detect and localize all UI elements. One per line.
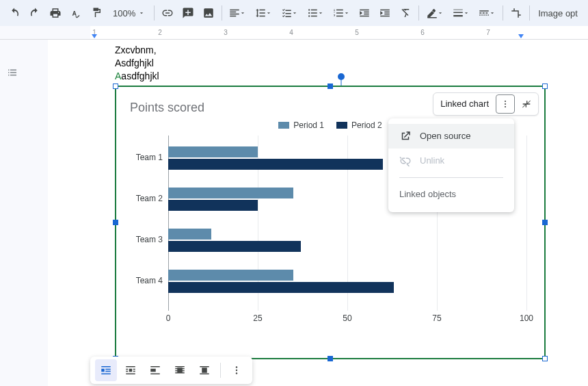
resize-handle[interactable] — [113, 220, 118, 225]
wrap-text-button[interactable] — [120, 359, 142, 381]
linked-chart-chip: Linked chart — [433, 92, 539, 116]
wrap-break-button[interactable] — [144, 359, 166, 381]
wrap-inline-button[interactable] — [95, 359, 117, 381]
undo-button[interactable] — [5, 3, 24, 23]
spellcheck-button[interactable] — [66, 3, 85, 23]
image-position-toolbar — [90, 357, 252, 384]
svg-point-7 — [236, 370, 237, 371]
zoom-dropdown[interactable]: 100% — [107, 3, 150, 23]
legend-swatch-p1 — [278, 122, 289, 129]
menu-unlink: Unlink — [388, 149, 514, 173]
paint-format-button[interactable] — [87, 3, 106, 23]
border-dash-dropdown[interactable] — [475, 3, 499, 23]
svg-point-2 — [505, 103, 506, 105]
border-color-dropdown[interactable] — [423, 3, 447, 23]
linked-chart-menu-button[interactable] — [496, 94, 515, 114]
svg-rect-5 — [202, 368, 207, 373]
menu-linked-objects[interactable]: Linked objects — [388, 182, 514, 207]
decrease-indent-button[interactable] — [355, 3, 374, 23]
resize-handle[interactable] — [113, 83, 118, 89]
svg-rect-4 — [177, 368, 183, 373]
increase-indent-button[interactable] — [375, 3, 395, 23]
wrap-front-button[interactable] — [193, 359, 215, 381]
image-position-more-button[interactable] — [226, 359, 248, 381]
rotate-handle[interactable] — [338, 73, 345, 80]
collapse-chip-button[interactable] — [517, 94, 536, 114]
resize-handle[interactable] — [542, 356, 548, 361]
legend-swatch-p2 — [336, 122, 347, 129]
menu-open-source[interactable]: Open source — [388, 124, 514, 149]
clear-formatting-button[interactable] — [396, 3, 415, 23]
svg-point-3 — [505, 106, 506, 107]
add-comment-button[interactable] — [178, 3, 198, 23]
svg-rect-0 — [427, 17, 437, 18]
linked-chart-menu: Open source Unlink Linked objects — [388, 118, 514, 212]
align-dropdown[interactable] — [225, 3, 250, 23]
svg-point-6 — [236, 366, 237, 368]
zoom-label: 100% — [113, 8, 135, 18]
line-spacing-dropdown[interactable] — [251, 3, 276, 23]
crop-image-button[interactable] — [507, 3, 526, 23]
insert-link-button[interactable] — [158, 3, 177, 23]
image-options-button[interactable]: Image opt — [533, 3, 583, 23]
svg-point-8 — [236, 372, 237, 374]
checklist-dropdown[interactable] — [277, 3, 302, 23]
numbered-list-dropdown[interactable] — [329, 3, 353, 23]
bulleted-list-dropdown[interactable] — [303, 3, 328, 23]
main-toolbar: 100% Image opt — [0, 0, 588, 26]
insert-image-button[interactable] — [199, 3, 218, 23]
resize-handle[interactable] — [542, 220, 548, 225]
svg-point-1 — [505, 101, 506, 102]
print-button[interactable] — [46, 3, 65, 23]
resize-handle[interactable] — [328, 83, 333, 89]
horizontal-ruler[interactable]: 1234567 — [0, 26, 588, 40]
embedded-chart[interactable]: Linked chart — [115, 86, 546, 359]
wrap-behind-button[interactable] — [169, 359, 191, 381]
resize-handle[interactable] — [542, 83, 548, 89]
redo-button[interactable] — [25, 3, 44, 23]
border-weight-dropdown[interactable] — [449, 3, 473, 23]
resize-handle[interactable] — [328, 356, 333, 361]
linked-chart-label: Linked chart — [433, 99, 496, 109]
document-page[interactable]: Zxcvbnm, Asdfghjkl Aasdfghjkl — [48, 40, 588, 386]
document-outline-button[interactable] — [3, 63, 22, 82]
